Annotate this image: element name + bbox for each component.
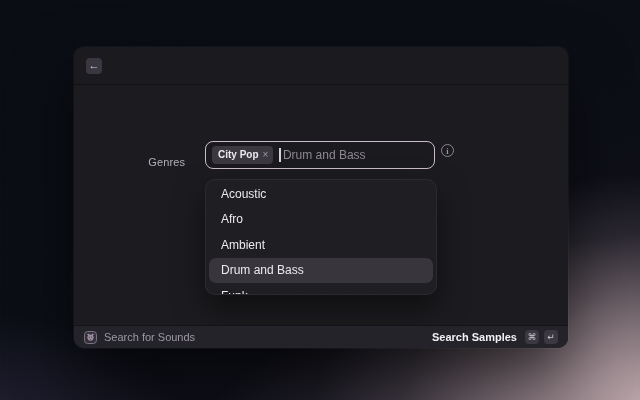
modal-header: ← — [74, 47, 568, 85]
enter-key-icon: ↵ — [544, 330, 558, 344]
command-key-icon: ⌘ — [525, 330, 539, 344]
back-arrow-icon: ← — [89, 58, 100, 73]
chip-remove-icon[interactable]: × — [263, 150, 269, 160]
dropdown-option-drum-and-bass[interactable]: Drum and Bass — [209, 258, 433, 284]
info-icon[interactable]: i — [441, 144, 454, 157]
search-modal: ← Genres City Pop × Drum and Bass i Acou… — [74, 47, 568, 348]
dropdown-option-funk[interactable]: Funk — [209, 283, 433, 295]
app-logo-icon — [84, 331, 97, 344]
back-button[interactable]: ← — [86, 58, 102, 74]
option-label: Funk — [221, 289, 248, 295]
chip-label: City Pop — [218, 150, 259, 160]
dropdown-option-ambient[interactable]: Ambient — [209, 232, 433, 258]
modal-footer: Search for Sounds Search Samples ⌘ ↵ — [74, 325, 568, 348]
option-label: Afro — [221, 212, 243, 226]
dropdown-option-acoustic[interactable]: Acoustic — [209, 181, 433, 207]
info-icon-glyph: i — [446, 146, 448, 156]
dropdown-option-afro[interactable]: Afro — [209, 207, 433, 233]
footer-actions: Search Samples ⌘ ↵ — [432, 330, 558, 344]
option-label: Drum and Bass — [221, 263, 304, 277]
genres-label: Genres — [114, 156, 185, 168]
footer-branding: Search for Sounds — [84, 331, 195, 344]
option-label: Acoustic — [221, 187, 266, 201]
genre-chip-city-pop: City Pop × — [212, 146, 273, 164]
search-for-sounds-label: Search for Sounds — [104, 331, 195, 343]
option-label: Ambient — [221, 238, 265, 252]
genres-dropdown: Acoustic Afro Ambient Drum and Bass Funk — [205, 179, 437, 295]
modal-body: Genres City Pop × Drum and Bass i Acoust… — [74, 86, 568, 325]
genres-input-text: Drum and Bass — [283, 148, 366, 162]
genres-input[interactable]: City Pop × Drum and Bass — [205, 141, 435, 169]
text-cursor — [279, 148, 281, 162]
search-samples-button[interactable]: Search Samples — [432, 331, 517, 343]
